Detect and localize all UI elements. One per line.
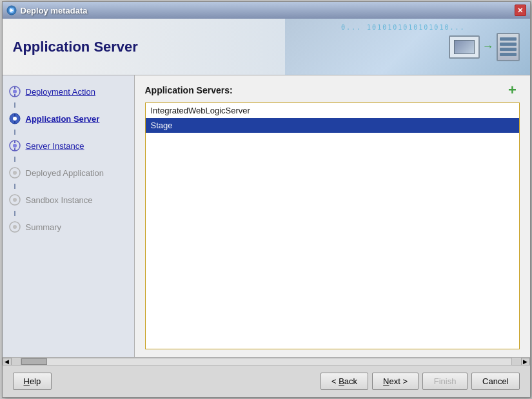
server-instance-icon [8,139,21,152]
finish-button[interactable]: Finish [422,373,468,390]
title-bar: Deploy metadata ✕ [3,2,530,19]
server-icon [497,33,520,61]
sidebar-item-application-server[interactable]: Application Server [3,108,134,130]
server-slot-1 [500,37,517,41]
close-button[interactable]: ✕ [515,5,526,16]
page-title: Application Server [13,39,138,55]
scroll-right-arrow[interactable]: ▶ [521,358,530,365]
main-window: Deploy metadata ✕ 0... 1010101010101010.… [2,1,531,398]
monitor-icon [449,35,480,59]
sidebar-connector-1 [14,102,15,108]
step-icon-4 [8,166,22,180]
servers-label: Application Servers: [145,85,233,95]
cancel-button[interactable]: Cancel [471,373,519,390]
sidebar-label-summary: Summary [26,222,62,232]
server-slot-4 [500,53,517,56]
window-title: Deploy metadata [21,6,88,15]
footer-right: < Back Next > Finish Cancel [320,373,520,390]
scrollbar-area: ◀ ▶ [3,357,530,365]
server-list: IntegratedWebLogicServer Stage [145,102,520,349]
sidebar-item-deployment-action[interactable]: Deployment Action [3,81,134,102]
next-button[interactable]: Next > [372,373,419,390]
step-icon-3 [8,139,22,153]
arrow-icon: → [482,40,494,54]
sidebar-label-sandbox-instance: Sandbox Instance [26,195,93,205]
footer-left: Help [13,373,52,390]
sidebar: Deployment Action Application Server [3,75,135,357]
svg-point-12 [13,144,17,148]
sidebar-label-server-instance: Server Instance [26,141,84,151]
app-icon [6,5,17,15]
step-icon-2 [8,112,22,126]
application-server-icon [8,112,21,125]
header-image: → [449,33,520,61]
content-area: Deployment Action Application Server [3,75,530,357]
content-header: Application Servers: + [145,83,520,97]
svg-point-6 [13,90,17,93]
scroll-thumb [21,358,47,365]
step-icon-1 [8,84,22,99]
sidebar-item-server-instance[interactable]: Server Instance [3,135,134,157]
svg-point-8 [13,117,17,121]
main-content-panel: Application Servers: + IntegratedWebLogi… [135,75,530,357]
sidebar-label-deployed-application: Deployed Application [26,168,104,178]
sidebar-item-deployed-application: Deployed Application [3,162,134,184]
svg-point-18 [13,198,17,202]
sidebar-connector-5 [14,211,15,216]
add-server-button[interactable]: + [506,83,520,97]
server-list-item-stage[interactable]: Stage [146,118,519,133]
summary-icon [8,220,21,233]
step-icon-5 [8,193,22,207]
deployment-action-icon [8,85,21,98]
svg-point-20 [13,225,17,229]
step-icon-6 [8,220,22,234]
svg-point-16 [13,171,17,175]
sidebar-item-sandbox-instance: Sandbox Instance [3,189,134,211]
sidebar-label-application-server: Application Server [26,114,100,124]
sidebar-connector-3 [14,157,15,162]
deployed-application-icon [8,166,21,179]
server-slot-3 [500,48,517,51]
sandbox-instance-icon [8,193,21,206]
header-text-overlay: 0... 1010101010101010... [341,24,466,31]
back-button[interactable]: < Back [320,373,368,390]
footer: Help < Back Next > Finish Cancel [3,365,530,397]
sidebar-label-deployment-action: Deployment Action [26,87,95,97]
sidebar-item-summary: Summary [3,216,134,238]
server-slot-2 [500,43,517,46]
server-list-item-integrated[interactable]: IntegratedWebLogicServer [146,103,519,118]
help-button[interactable]: Help [13,373,52,390]
sidebar-connector-2 [14,130,15,135]
scroll-track[interactable] [21,358,512,365]
scroll-left-arrow[interactable]: ◀ [3,358,12,365]
sidebar-connector-4 [14,184,15,189]
title-bar-left: Deploy metadata [6,5,88,15]
header-panel: 0... 1010101010101010... Application Ser… [3,19,530,75]
